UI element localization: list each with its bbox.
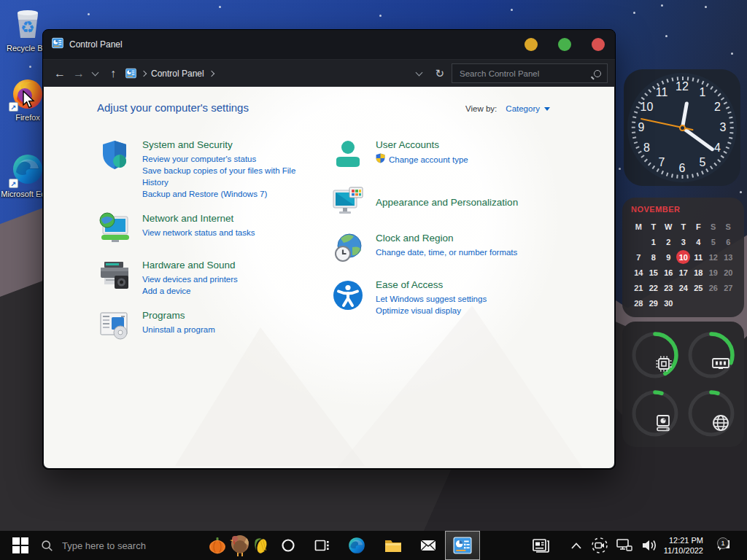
refresh-icon[interactable]: ↻ [435, 67, 444, 80]
clock-widget[interactable]: 123456789101112 [624, 69, 740, 186]
network-internet-icon [97, 211, 132, 246]
news-and-interests-icon[interactable] [527, 531, 556, 560]
calendar-day[interactable]: 3 [676, 234, 692, 249]
calendar-day[interactable] [706, 295, 721, 311]
calendar-day[interactable]: 8 [646, 249, 662, 265]
calendar-day[interactable] [691, 295, 706, 311]
category-user-accounts: User AccountsChange account type [330, 138, 571, 173]
calendar-day[interactable]: 30 [661, 295, 676, 311]
taskbar-search-input[interactable] [61, 540, 177, 552]
calendar-day-today[interactable]: 10 [676, 249, 692, 265]
control-panel-search-box[interactable] [452, 63, 608, 83]
category-link[interactable]: Backup and Restore (Windows 7) [142, 188, 316, 200]
forward-button[interactable]: → [69, 65, 88, 82]
category-title[interactable]: Programs [142, 310, 215, 321]
category-link[interactable]: View network status and tasks [142, 227, 255, 238]
page-title: Adjust your computer's settings [97, 101, 249, 114]
calendar-day[interactable]: 6 [721, 234, 736, 249]
category-title[interactable]: Ease of Access [376, 279, 487, 290]
category-link[interactable]: Uninstall a program [142, 324, 215, 335]
recent-pages-chevron-icon[interactable] [92, 69, 99, 76]
calendar-day[interactable] [676, 295, 692, 311]
calendar-day[interactable]: 16 [661, 265, 676, 280]
calendar-day[interactable]: 4 [691, 234, 706, 249]
view-by-caret-icon[interactable] [544, 107, 550, 111]
calendar-day[interactable]: 28 [631, 295, 646, 311]
category-title[interactable]: Appearance and Personalization [376, 197, 518, 208]
category-link[interactable]: Save backup copies of your files with Fi… [142, 165, 316, 188]
up-button[interactable]: ↑ [104, 65, 123, 82]
category-title[interactable]: Network and Internet [142, 213, 255, 224]
view-by-dropdown[interactable]: Category [506, 104, 540, 113]
calendar-day[interactable]: 2 [661, 234, 676, 249]
category-appearance-and-personalization: Appearance and Personalization [330, 184, 571, 219]
system-security-icon [97, 138, 132, 173]
address-dropdown-chevron-icon[interactable] [416, 69, 423, 76]
calendar-widget[interactable]: NOVEMBER MTWTFSS123456789101112131415161… [622, 198, 744, 317]
mail-icon[interactable] [416, 531, 441, 560]
calendar-day[interactable]: 13 [721, 249, 736, 265]
clock-numeral: 3 [720, 121, 727, 134]
category-title[interactable]: Hardware and Sound [142, 260, 238, 271]
file-explorer-icon[interactable] [381, 531, 406, 560]
gauge-memory[interactable] [686, 330, 736, 380]
category-title[interactable]: System and Security [142, 139, 316, 150]
calendar-day[interactable]: 14 [631, 265, 646, 280]
calendar-day[interactable]: 23 [661, 280, 676, 295]
task-view-icon[interactable] [309, 531, 334, 560]
search-icon[interactable] [594, 70, 601, 77]
calendar-day[interactable]: 18 [691, 265, 706, 280]
calendar-day[interactable]: 1 [646, 234, 662, 249]
category-title[interactable]: User Accounts [376, 139, 468, 150]
notification-center-icon[interactable]: 1 [709, 531, 738, 560]
calendar-day[interactable]: 25 [691, 280, 706, 295]
gauge-cpu[interactable] [630, 330, 680, 380]
category-link[interactable]: Change account type [376, 153, 468, 166]
start-button[interactable] [6, 531, 35, 560]
maximize-button[interactable] [558, 38, 571, 51]
window-titlebar[interactable]: Control Panel [43, 30, 615, 59]
calendar-day[interactable]: 5 [706, 234, 721, 249]
category-link[interactable]: Change date, time, or number formats [376, 246, 517, 258]
taskbar-search[interactable] [41, 531, 201, 560]
calendar-day[interactable]: 22 [646, 280, 662, 295]
calendar-day[interactable]: 21 [631, 280, 646, 295]
calendar-day[interactable]: 19 [706, 265, 721, 280]
minimize-button[interactable] [525, 38, 538, 51]
control-panel-search-input[interactable] [458, 69, 594, 79]
gauge-network[interactable] [686, 389, 736, 438]
calendar-day[interactable]: 20 [721, 265, 736, 280]
calendar-day[interactable]: 29 [646, 295, 662, 311]
category-link[interactable]: Let Windows suggest settings [376, 293, 487, 305]
tray-expand-chevron-icon[interactable] [566, 531, 587, 560]
category-link[interactable]: Review your computer's status [142, 153, 316, 165]
cortana-icon[interactable] [276, 531, 301, 560]
control-panel-taskbar-button-active[interactable] [445, 531, 480, 560]
calendar-day[interactable] [721, 295, 736, 311]
calendar-day[interactable]: 17 [676, 265, 692, 280]
taskbar-clock[interactable]: 12:21 PM 11/10/2022 [654, 531, 703, 560]
calendar-day[interactable] [631, 234, 646, 249]
close-button[interactable] [592, 38, 605, 51]
taskbar-edge-icon[interactable] [344, 531, 369, 560]
calendar-day[interactable]: 27 [721, 280, 736, 295]
calendar-day[interactable]: 15 [646, 265, 662, 280]
calendar-day[interactable]: 24 [676, 280, 692, 295]
back-button[interactable]: ← [50, 65, 69, 82]
calendar-day[interactable]: 12 [706, 249, 721, 265]
category-link[interactable]: Add a device [142, 285, 238, 297]
network-icon[interactable] [613, 531, 636, 560]
calendar-day[interactable]: 26 [706, 280, 721, 295]
category-link[interactable]: View devices and printers [142, 273, 238, 285]
calendar-day[interactable]: 7 [631, 249, 646, 265]
clock-region-icon [330, 231, 365, 266]
breadcrumb-item[interactable]: Control Panel [151, 69, 204, 79]
calendar-day[interactable]: 9 [661, 249, 676, 265]
category-title[interactable]: Clock and Region [376, 233, 517, 244]
gauge-disk[interactable] [630, 389, 680, 438]
breadcrumb[interactable]: Control Panel [125, 68, 219, 79]
calendar-day[interactable]: 11 [691, 249, 706, 265]
category-link[interactable]: Optimize visual display [376, 305, 487, 316]
meet-now-icon[interactable] [588, 531, 611, 560]
performance-widget[interactable] [622, 322, 744, 447]
